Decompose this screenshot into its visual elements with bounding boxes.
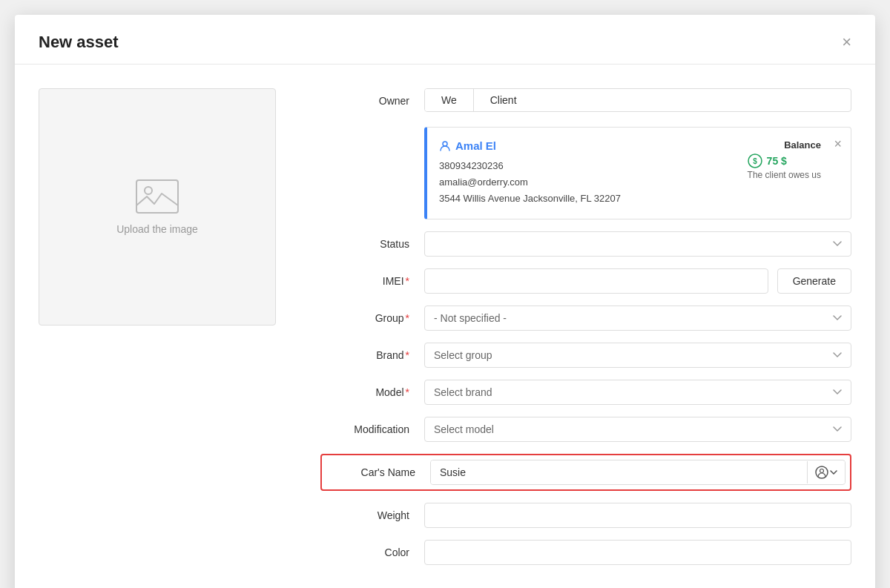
user-circle-icon <box>815 466 828 479</box>
brand-row: Brand* Select group <box>320 343 851 368</box>
group-label: Group* <box>320 305 409 324</box>
model-select[interactable]: Select brand <box>424 380 851 405</box>
image-placeholder-icon <box>135 179 179 214</box>
owner-label: Owner <box>320 88 409 107</box>
brand-select-wrap: Select group <box>424 343 851 368</box>
imei-input[interactable] <box>424 268 768 294</box>
weight-input[interactable] <box>424 503 851 528</box>
imei-label: IMEI* <box>320 268 409 287</box>
right-panel: Owner We Client × <box>320 88 851 577</box>
client-card: × Amal El 380934230236 amalia@orderry.co… <box>424 127 851 219</box>
model-select-wrap: Select brand <box>424 380 851 405</box>
color-row: Color <box>320 540 851 565</box>
svg-point-2 <box>443 142 447 146</box>
client-balance: Balance $ 75 $ The client owes us <box>748 139 821 180</box>
cars-name-input[interactable] <box>431 460 807 484</box>
generate-button[interactable]: Generate <box>777 268 851 294</box>
status-row: Status <box>320 231 851 257</box>
chevron-down-icon <box>830 470 837 475</box>
modal-header: New asset × <box>15 15 875 65</box>
close-button[interactable]: × <box>842 34 851 50</box>
weight-row: Weight <box>320 503 851 528</box>
person-icon <box>439 140 451 152</box>
status-select[interactable] <box>424 231 851 257</box>
color-label: Color <box>320 540 409 558</box>
cars-name-highlighted-row: Car's Name <box>320 454 851 491</box>
status-select-wrap <box>424 231 851 257</box>
svg-rect-0 <box>136 180 178 213</box>
client-card-spacer <box>320 124 409 131</box>
left-panel: Upload the image <box>39 88 276 577</box>
modification-select-wrap: Select model <box>424 417 851 442</box>
svg-text:$: $ <box>753 157 757 165</box>
imei-control-wrap: Generate <box>424 268 851 294</box>
owner-we-button[interactable]: We <box>425 89 474 111</box>
cars-name-suffix <box>807 461 845 483</box>
svg-point-1 <box>145 187 152 194</box>
client-card-wrap: × Amal El 380934230236 amalia@orderry.co… <box>424 124 851 219</box>
owner-toggle: We Client <box>424 88 851 112</box>
owner-client-button[interactable]: Client <box>474 89 533 111</box>
client-card-close-button[interactable]: × <box>834 136 842 152</box>
imei-input-row: Generate <box>424 268 851 294</box>
owner-row: Owner We Client <box>320 88 851 112</box>
owner-toggle-wrap: We Client <box>424 88 851 112</box>
upload-text: Upload the image <box>116 223 198 235</box>
cars-name-label: Car's Name <box>326 466 415 478</box>
client-address: 3544 Willis Avenue Jacksonville, FL 3220… <box>439 191 839 207</box>
modal-body: Upload the image Owner We Client <box>15 65 875 588</box>
imei-row: IMEI* Generate <box>320 268 851 294</box>
image-upload-area[interactable]: Upload the image <box>39 88 276 326</box>
brand-select[interactable]: Select group <box>424 343 851 368</box>
new-asset-modal: New asset × Upload the image Owner W <box>15 15 875 588</box>
color-input-wrap <box>424 540 851 565</box>
modification-select[interactable]: Select model <box>424 417 851 442</box>
modification-row: Modification Select model <box>320 417 851 442</box>
cars-name-inner: Car's Name <box>326 460 846 485</box>
group-select-wrap: - Not specified - <box>424 305 851 331</box>
group-select[interactable]: - Not specified - <box>424 305 851 331</box>
coin-icon: $ <box>748 153 762 168</box>
weight-label: Weight <box>320 503 409 521</box>
group-row: Group* - Not specified - <box>320 305 851 331</box>
balance-note: The client owes us <box>748 170 821 180</box>
client-card-row: × Amal El 380934230236 amalia@orderry.co… <box>320 124 851 219</box>
svg-point-6 <box>820 469 824 473</box>
color-input[interactable] <box>424 540 851 565</box>
model-row: Model* Select brand <box>320 380 851 405</box>
balance-label: Balance <box>748 139 821 151</box>
brand-label: Brand* <box>320 343 409 361</box>
balance-value: $ 75 $ <box>748 153 821 168</box>
weight-input-wrap <box>424 503 851 528</box>
model-label: Model* <box>320 380 409 398</box>
modal-title: New asset <box>39 33 119 52</box>
modification-label: Modification <box>320 417 409 435</box>
cars-name-input-wrap <box>430 460 846 485</box>
status-label: Status <box>320 231 409 250</box>
